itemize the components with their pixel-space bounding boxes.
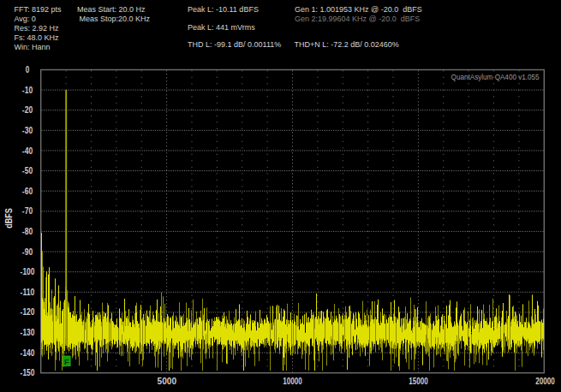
svg-text:-60: -60 — [22, 187, 33, 196]
svg-text:QuantAsylum QA400 v1.055: QuantAsylum QA400 v1.055 — [451, 73, 540, 81]
svg-text:0: 0 — [26, 65, 30, 74]
svg-text:-110: -110 — [21, 288, 35, 297]
svg-text:-20: -20 — [22, 105, 33, 115]
svg-text:-120: -120 — [21, 307, 35, 317]
svg-text:-130: -130 — [21, 328, 35, 337]
svg-text:10000: 10000 — [283, 377, 302, 386]
svg-text:-150: -150 — [21, 368, 35, 377]
svg-text:-80: -80 — [22, 227, 33, 236]
svg-text:-10: -10 — [22, 86, 33, 95]
svg-text:-70: -70 — [22, 206, 33, 216]
svg-text:-40: -40 — [22, 146, 33, 156]
svg-text:F: F — [64, 357, 69, 366]
svg-text:5000: 5000 — [158, 377, 177, 386]
svg-text:-30: -30 — [22, 126, 33, 135]
svg-text:-90: -90 — [22, 247, 33, 257]
svg-text:-100: -100 — [21, 267, 35, 276]
svg-text:15000: 15000 — [409, 377, 428, 386]
svg-text:20000: 20000 — [535, 377, 555, 386]
svg-text:-140: -140 — [21, 348, 35, 358]
svg-text:-50: -50 — [22, 166, 33, 175]
svg-text:dBFS: dBFS — [4, 208, 14, 229]
